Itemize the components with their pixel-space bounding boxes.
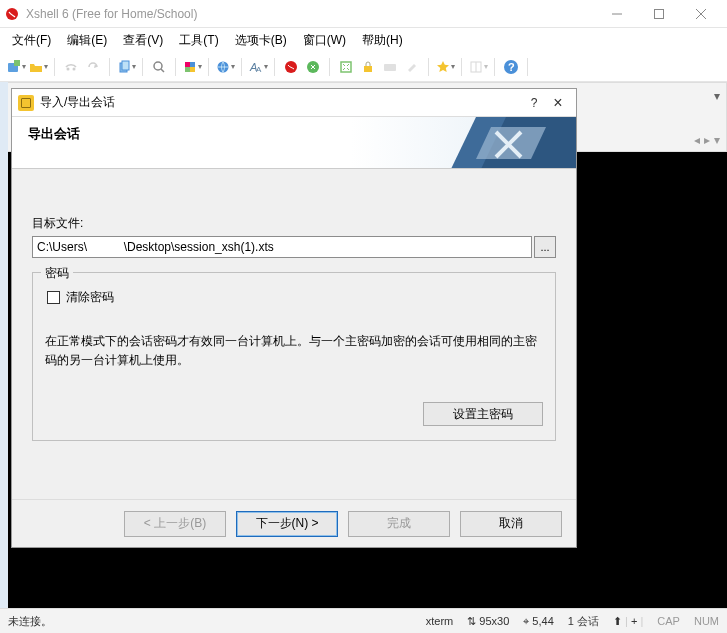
nav-left-icon[interactable]: ◂ [694, 133, 700, 147]
svg-text:A: A [256, 65, 262, 74]
term-type: xterm [426, 615, 454, 627]
maximize-button[interactable] [647, 2, 671, 26]
banner-art-icon [436, 117, 576, 168]
svg-point-11 [154, 62, 162, 70]
svg-rect-10 [122, 61, 129, 70]
svg-rect-23 [364, 66, 372, 72]
keyboard-icon[interactable] [380, 57, 400, 77]
dialog-banner: 导出会话 [12, 117, 576, 169]
svg-rect-13 [185, 62, 190, 67]
star-icon[interactable]: ▾ [435, 57, 455, 77]
svg-point-7 [67, 67, 70, 70]
dialog-button-bar: < 上一步(B) 下一步(N) > 完成 取消 [12, 499, 576, 547]
clear-password-label[interactable]: 清除密码 [66, 289, 114, 306]
svg-rect-24 [384, 64, 396, 71]
target-file-input[interactable] [32, 236, 532, 258]
fullscreen-icon[interactable] [336, 57, 356, 77]
svg-line-12 [161, 69, 164, 72]
highlight-icon[interactable] [402, 57, 422, 77]
nav-menu-icon[interactable]: ▾ [714, 133, 720, 147]
num-indicator: NUM [694, 615, 719, 627]
search-icon[interactable] [149, 57, 169, 77]
disconnect-icon[interactable] [61, 57, 81, 77]
import-export-dialog: 导入/导出会话 ? × 导出会话 目标文件: ... 密码 清除密码 在正常 [11, 88, 577, 548]
copy-icon[interactable]: ▾ [116, 57, 136, 77]
browse-button[interactable]: ... [534, 236, 556, 258]
password-description: 在正常模式下的会话密码才有效同一台计算机上。与一个主密码加密的会话可使用相同的主… [45, 332, 543, 370]
set-master-password-button[interactable]: 设置主密码 [423, 402, 543, 426]
session-count: 1 会话 [568, 614, 599, 629]
layout-icon[interactable]: ▾ [468, 57, 488, 77]
nav-right-icon[interactable]: ▸ [704, 133, 710, 147]
panel-dropdown-icon[interactable]: ▾ [714, 89, 720, 103]
conn-icon: ⬆ [613, 615, 622, 627]
menubar: 文件(F) 编辑(E) 查看(V) 工具(T) 选项卡(B) 窗口(W) 帮助(… [0, 28, 727, 52]
open-session-icon[interactable]: ▾ [28, 57, 48, 77]
svg-rect-6 [14, 60, 20, 66]
menu-view[interactable]: 查看(V) [117, 30, 169, 51]
size-icon: ⇅ [467, 615, 476, 627]
menu-tools[interactable]: 工具(T) [173, 30, 224, 51]
help-icon[interactable]: ? [501, 57, 521, 77]
svg-rect-14 [190, 62, 195, 67]
password-legend: 密码 [41, 265, 73, 282]
toolbar: ▾ ▾ ▾ ▾ ▾ AA▾ ▾ ▾ ? [0, 52, 727, 82]
password-fieldset: 密码 清除密码 在正常模式下的会话密码才有效同一台计算机上。与一个主密码加密的会… [32, 272, 556, 441]
color-scheme-icon[interactable]: ▾ [182, 57, 202, 77]
dialog-body: 目标文件: ... 密码 清除密码 在正常模式下的会话密码才有效同一台计算机上。… [12, 169, 576, 499]
svg-point-8 [73, 67, 76, 70]
xftp-icon[interactable] [303, 57, 323, 77]
new-session-icon[interactable]: ▾ [6, 57, 26, 77]
font-icon[interactable]: AA▾ [248, 57, 268, 77]
dialog-title: 导入/导出会话 [40, 94, 522, 111]
menu-window[interactable]: 窗口(W) [297, 30, 352, 51]
main-titlebar: Xshell 6 (Free for Home/School) [0, 0, 727, 28]
svg-rect-22 [341, 62, 351, 72]
app-icon [4, 6, 20, 22]
svg-rect-2 [655, 9, 664, 18]
dialog-titlebar: 导入/导出会话 ? × [12, 89, 576, 117]
xshell-icon[interactable] [281, 57, 301, 77]
window-title: Xshell 6 (Free for Home/School) [26, 7, 605, 21]
svg-rect-16 [190, 67, 195, 72]
target-file-label: 目标文件: [32, 215, 556, 232]
globe-icon[interactable]: ▾ [215, 57, 235, 77]
cursor-pos: 5,44 [532, 615, 553, 627]
svg-rect-15 [185, 67, 190, 72]
statusbar: 未连接。 xterm ⇅ 95x30 ⌖ 5,44 1 会话 ⬆ | + | C… [0, 608, 727, 633]
status-text: 未连接。 [8, 614, 426, 629]
reconnect-icon[interactable] [83, 57, 103, 77]
menu-file[interactable]: 文件(F) [6, 30, 57, 51]
close-button[interactable] [689, 2, 713, 26]
pos-icon: ⌖ [523, 615, 529, 627]
svg-point-0 [6, 8, 18, 20]
menu-edit[interactable]: 编辑(E) [61, 30, 113, 51]
left-gutter [0, 82, 8, 608]
minimize-button[interactable] [605, 2, 629, 26]
dialog-close-button[interactable]: × [546, 91, 570, 115]
finish-button[interactable]: 完成 [348, 511, 450, 537]
next-button[interactable]: 下一步(N) > [236, 511, 338, 537]
folder-arrow-icon [18, 95, 34, 111]
dialog-help-button[interactable]: ? [522, 91, 546, 115]
cancel-button[interactable]: 取消 [460, 511, 562, 537]
menu-help[interactable]: 帮助(H) [356, 30, 409, 51]
caps-indicator: CAP [657, 615, 680, 627]
plus-icon[interactable]: + [631, 615, 637, 627]
menu-tabs[interactable]: 选项卡(B) [229, 30, 293, 51]
svg-text:?: ? [508, 61, 515, 73]
clear-password-checkbox[interactable] [47, 291, 60, 304]
term-size: 95x30 [479, 615, 509, 627]
lock-icon[interactable] [358, 57, 378, 77]
back-button[interactable]: < 上一步(B) [124, 511, 226, 537]
